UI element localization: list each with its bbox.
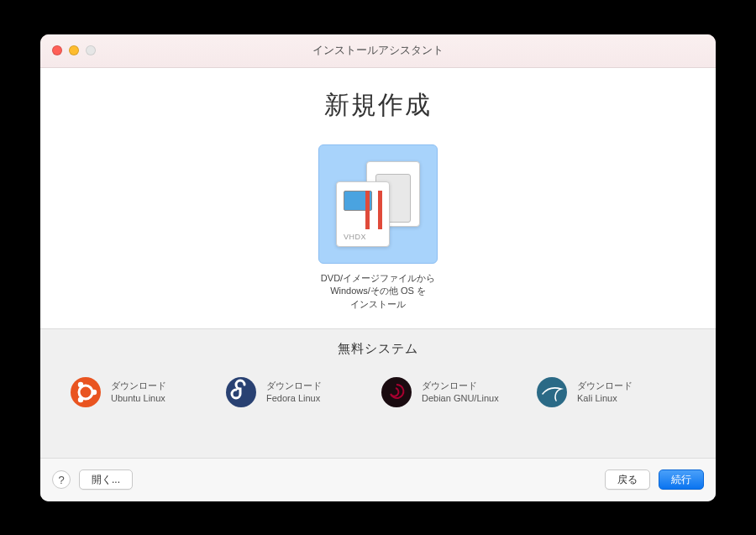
continue-button[interactable]: 続行: [659, 469, 704, 490]
os-name: Ubuntu Linux: [111, 392, 166, 405]
kali-icon: [537, 377, 567, 407]
zoom-icon[interactable]: [86, 45, 96, 55]
free-systems-section: 無料システム ダウンロードUbuntu LinuxダウンロードFedora Li…: [40, 328, 716, 457]
svg-point-7: [537, 377, 567, 407]
install-from-image-caption: DVD/イメージファイルから Windows/その他 OS を インストール: [311, 272, 445, 312]
download-label: ダウンロード: [577, 380, 633, 392]
fedora-icon: [226, 377, 256, 407]
free-os-ubuntu[interactable]: ダウンロードUbuntu Linux: [71, 377, 219, 407]
help-button[interactable]: ?: [52, 470, 71, 489]
window-title: インストールアシスタント: [40, 43, 716, 58]
footer: ? 開く... 戻る 続行: [40, 458, 716, 501]
os-name: Debian GNU/Linux: [422, 392, 499, 405]
create-section: 新規作成 VHDX DVD/イメージファイルから Wi: [40, 68, 716, 329]
window-controls: [40, 45, 96, 55]
os-name: Fedora Linux: [266, 392, 322, 405]
close-icon[interactable]: [52, 45, 62, 55]
open-button[interactable]: 開く...: [79, 469, 133, 490]
free-os-debian[interactable]: ダウンロードDebian GNU/Linux: [381, 377, 530, 407]
download-label: ダウンロード: [111, 380, 166, 392]
free-systems-heading: 無料システム: [71, 341, 685, 357]
debian-icon: [381, 377, 412, 407]
download-label: ダウンロード: [266, 380, 322, 392]
back-button[interactable]: 戻る: [605, 469, 650, 490]
free-systems-grid: ダウンロードUbuntu LinuxダウンロードFedora Linuxダウンロ…: [71, 377, 685, 407]
free-os-fedora[interactable]: ダウンロードFedora Linux: [226, 377, 375, 407]
free-os-kali[interactable]: ダウンロードKali Linux: [537, 377, 685, 407]
main-area: 新規作成 VHDX DVD/イメージファイルから Wi: [40, 68, 716, 458]
os-name: Kali Linux: [577, 392, 633, 405]
ubuntu-icon: [71, 377, 101, 407]
svg-point-4: [78, 397, 83, 402]
minimize-icon[interactable]: [69, 45, 79, 55]
install-from-image-icon: VHDX: [318, 144, 438, 264]
install-from-image-option[interactable]: VHDX DVD/イメージファイルから Windows/その他 OS を インス…: [318, 144, 438, 312]
svg-point-2: [92, 390, 97, 395]
titlebar: インストールアシスタント: [40, 34, 716, 68]
installer-window: インストールアシスタント 新規作成 VHDX: [40, 34, 716, 501]
svg-point-3: [78, 382, 83, 387]
download-label: ダウンロード: [422, 380, 499, 392]
create-heading: 新規作成: [40, 88, 716, 123]
vhdx-badge: VHDX: [344, 233, 366, 241]
svg-point-6: [381, 377, 412, 407]
